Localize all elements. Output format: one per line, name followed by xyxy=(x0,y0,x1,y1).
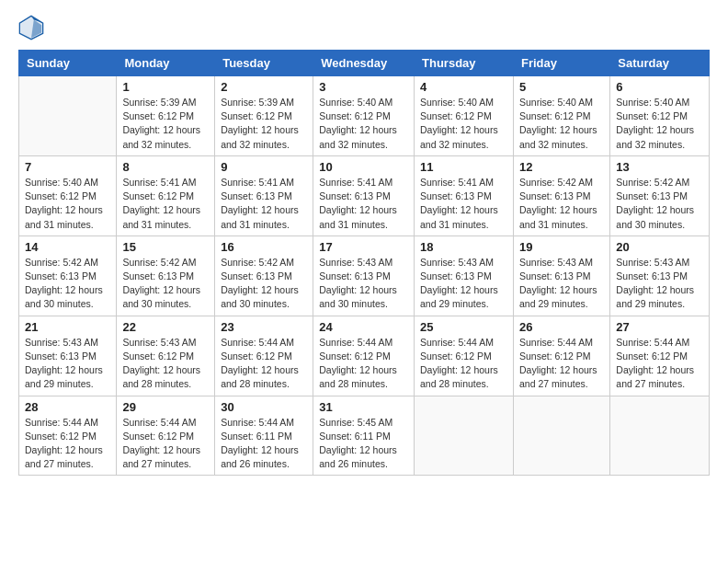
calendar: SundayMondayTuesdayWednesdayThursdayFrid… xyxy=(18,50,710,476)
day-info: Sunrise: 5:44 AMSunset: 6:11 PMDaylight:… xyxy=(221,416,307,472)
calendar-cell: 14Sunrise: 5:42 AMSunset: 6:13 PMDayligh… xyxy=(19,236,117,316)
weekday-header-tuesday: Tuesday xyxy=(215,51,313,76)
calendar-cell: 23Sunrise: 5:44 AMSunset: 6:12 PMDayligh… xyxy=(215,316,313,396)
day-info: Sunrise: 5:40 AMSunset: 6:12 PMDaylight:… xyxy=(519,96,604,152)
day-info: Sunrise: 5:41 AMSunset: 6:13 PMDaylight:… xyxy=(420,176,507,232)
logo xyxy=(18,15,48,40)
calendar-cell: 1Sunrise: 5:39 AMSunset: 6:12 PMDaylight… xyxy=(117,76,215,156)
day-info: Sunrise: 5:42 AMSunset: 6:13 PMDaylight:… xyxy=(25,256,110,312)
weekday-header-wednesday: Wednesday xyxy=(313,51,415,76)
calendar-cell: 6Sunrise: 5:40 AMSunset: 6:12 PMDaylight… xyxy=(610,76,710,156)
calendar-cell: 12Sunrise: 5:42 AMSunset: 6:13 PMDayligh… xyxy=(513,155,609,236)
week-row-4: 21Sunrise: 5:43 AMSunset: 6:13 PMDayligh… xyxy=(19,316,710,396)
day-number: 14 xyxy=(25,240,110,254)
calendar-cell: 13Sunrise: 5:42 AMSunset: 6:13 PMDayligh… xyxy=(610,155,710,236)
day-number: 28 xyxy=(25,400,110,414)
day-info: Sunrise: 5:43 AMSunset: 6:13 PMDaylight:… xyxy=(519,256,604,312)
week-row-3: 14Sunrise: 5:42 AMSunset: 6:13 PMDayligh… xyxy=(19,236,710,316)
day-number: 6 xyxy=(616,80,703,94)
day-number: 29 xyxy=(122,400,209,414)
day-number: 15 xyxy=(122,240,209,254)
calendar-cell: 4Sunrise: 5:40 AMSunset: 6:12 PMDaylight… xyxy=(415,76,514,156)
day-number: 30 xyxy=(221,400,307,414)
day-info: Sunrise: 5:41 AMSunset: 6:13 PMDaylight:… xyxy=(221,176,307,232)
day-number: 25 xyxy=(420,320,507,334)
calendar-cell xyxy=(415,396,514,476)
day-number: 17 xyxy=(319,240,408,254)
day-number: 18 xyxy=(420,240,507,254)
day-info: Sunrise: 5:43 AMSunset: 6:13 PMDaylight:… xyxy=(420,256,507,312)
day-info: Sunrise: 5:40 AMSunset: 6:12 PMDaylight:… xyxy=(420,96,507,152)
day-number: 23 xyxy=(221,320,307,334)
day-info: Sunrise: 5:39 AMSunset: 6:12 PMDaylight:… xyxy=(122,96,209,152)
day-number: 2 xyxy=(221,80,307,94)
day-number: 13 xyxy=(616,160,703,174)
day-info: Sunrise: 5:44 AMSunset: 6:12 PMDaylight:… xyxy=(221,336,307,392)
weekday-header-thursday: Thursday xyxy=(415,51,514,76)
calendar-cell: 16Sunrise: 5:42 AMSunset: 6:13 PMDayligh… xyxy=(215,236,313,316)
weekday-header-saturday: Saturday xyxy=(610,51,710,76)
calendar-cell: 31Sunrise: 5:45 AMSunset: 6:11 PMDayligh… xyxy=(313,396,415,476)
day-number: 5 xyxy=(519,80,604,94)
day-number: 1 xyxy=(122,80,209,94)
day-info: Sunrise: 5:42 AMSunset: 6:13 PMDaylight:… xyxy=(221,256,307,312)
day-number: 19 xyxy=(519,240,604,254)
calendar-cell: 15Sunrise: 5:42 AMSunset: 6:13 PMDayligh… xyxy=(117,236,215,316)
day-info: Sunrise: 5:43 AMSunset: 6:13 PMDaylight:… xyxy=(25,336,110,392)
calendar-cell xyxy=(19,76,117,156)
calendar-cell: 22Sunrise: 5:43 AMSunset: 6:12 PMDayligh… xyxy=(117,316,215,396)
calendar-cell xyxy=(610,396,710,476)
calendar-cell: 28Sunrise: 5:44 AMSunset: 6:12 PMDayligh… xyxy=(19,396,117,476)
calendar-cell: 21Sunrise: 5:43 AMSunset: 6:13 PMDayligh… xyxy=(19,316,117,396)
calendar-cell: 10Sunrise: 5:41 AMSunset: 6:13 PMDayligh… xyxy=(313,155,415,236)
weekday-header-monday: Monday xyxy=(117,51,215,76)
calendar-cell: 18Sunrise: 5:43 AMSunset: 6:13 PMDayligh… xyxy=(415,236,514,316)
day-info: Sunrise: 5:42 AMSunset: 6:13 PMDaylight:… xyxy=(616,176,703,232)
calendar-cell: 26Sunrise: 5:44 AMSunset: 6:12 PMDayligh… xyxy=(513,316,609,396)
calendar-cell: 11Sunrise: 5:41 AMSunset: 6:13 PMDayligh… xyxy=(415,155,514,236)
day-number: 10 xyxy=(319,160,408,174)
day-info: Sunrise: 5:43 AMSunset: 6:13 PMDaylight:… xyxy=(616,256,703,312)
weekday-header-row: SundayMondayTuesdayWednesdayThursdayFrid… xyxy=(19,51,710,76)
week-row-1: 1Sunrise: 5:39 AMSunset: 6:12 PMDaylight… xyxy=(19,76,710,156)
day-info: Sunrise: 5:43 AMSunset: 6:13 PMDaylight:… xyxy=(319,256,408,312)
calendar-cell: 7Sunrise: 5:40 AMSunset: 6:12 PMDaylight… xyxy=(19,155,117,236)
calendar-cell: 29Sunrise: 5:44 AMSunset: 6:12 PMDayligh… xyxy=(117,396,215,476)
day-number: 3 xyxy=(319,80,408,94)
weekday-header-sunday: Sunday xyxy=(19,51,117,76)
logo-icon xyxy=(18,15,44,40)
week-row-5: 28Sunrise: 5:44 AMSunset: 6:12 PMDayligh… xyxy=(19,396,710,476)
day-number: 7 xyxy=(25,160,110,174)
day-info: Sunrise: 5:45 AMSunset: 6:11 PMDaylight:… xyxy=(319,416,408,472)
calendar-cell: 5Sunrise: 5:40 AMSunset: 6:12 PMDaylight… xyxy=(513,76,609,156)
day-info: Sunrise: 5:41 AMSunset: 6:13 PMDaylight:… xyxy=(319,176,408,232)
page: SundayMondayTuesdayWednesdayThursdayFrid… xyxy=(0,0,728,563)
day-info: Sunrise: 5:44 AMSunset: 6:12 PMDaylight:… xyxy=(122,416,209,472)
day-info: Sunrise: 5:44 AMSunset: 6:12 PMDaylight:… xyxy=(519,336,604,392)
calendar-cell: 8Sunrise: 5:41 AMSunset: 6:12 PMDaylight… xyxy=(117,155,215,236)
day-info: Sunrise: 5:42 AMSunset: 6:13 PMDaylight:… xyxy=(122,256,209,312)
day-info: Sunrise: 5:40 AMSunset: 6:12 PMDaylight:… xyxy=(319,96,408,152)
weekday-header-friday: Friday xyxy=(513,51,609,76)
day-info: Sunrise: 5:40 AMSunset: 6:12 PMDaylight:… xyxy=(25,176,110,232)
calendar-cell: 30Sunrise: 5:44 AMSunset: 6:11 PMDayligh… xyxy=(215,396,313,476)
calendar-cell: 27Sunrise: 5:44 AMSunset: 6:12 PMDayligh… xyxy=(610,316,710,396)
day-info: Sunrise: 5:44 AMSunset: 6:12 PMDaylight:… xyxy=(616,336,703,392)
day-info: Sunrise: 5:42 AMSunset: 6:13 PMDaylight:… xyxy=(519,176,604,232)
day-info: Sunrise: 5:39 AMSunset: 6:12 PMDaylight:… xyxy=(221,96,307,152)
day-number: 11 xyxy=(420,160,507,174)
day-number: 20 xyxy=(616,240,703,254)
calendar-cell: 9Sunrise: 5:41 AMSunset: 6:13 PMDaylight… xyxy=(215,155,313,236)
day-info: Sunrise: 5:43 AMSunset: 6:12 PMDaylight:… xyxy=(122,336,209,392)
week-row-2: 7Sunrise: 5:40 AMSunset: 6:12 PMDaylight… xyxy=(19,155,710,236)
calendar-cell: 2Sunrise: 5:39 AMSunset: 6:12 PMDaylight… xyxy=(215,76,313,156)
day-info: Sunrise: 5:41 AMSunset: 6:12 PMDaylight:… xyxy=(122,176,209,232)
day-number: 24 xyxy=(319,320,408,334)
calendar-cell: 3Sunrise: 5:40 AMSunset: 6:12 PMDaylight… xyxy=(313,76,415,156)
day-number: 31 xyxy=(319,400,408,414)
calendar-cell: 24Sunrise: 5:44 AMSunset: 6:12 PMDayligh… xyxy=(313,316,415,396)
calendar-cell: 17Sunrise: 5:43 AMSunset: 6:13 PMDayligh… xyxy=(313,236,415,316)
calendar-cell: 19Sunrise: 5:43 AMSunset: 6:13 PMDayligh… xyxy=(513,236,609,316)
day-number: 4 xyxy=(420,80,507,94)
day-number: 9 xyxy=(221,160,307,174)
